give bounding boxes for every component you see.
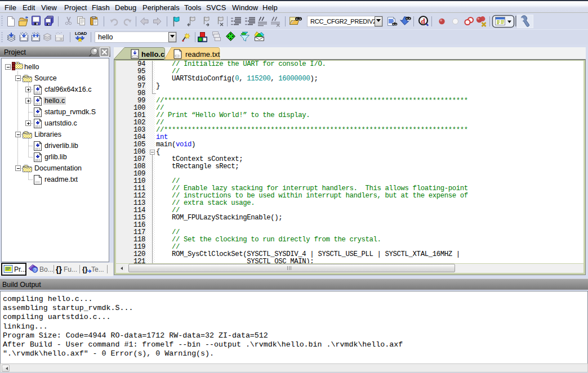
- svg-text:?: ?: [34, 267, 37, 273]
- svg-text:{}: {}: [56, 265, 62, 274]
- svg-text:{}: {}: [82, 266, 88, 273]
- svg-text:d: d: [421, 17, 426, 25]
- svg-text:LOAD: LOAD: [75, 31, 87, 36]
